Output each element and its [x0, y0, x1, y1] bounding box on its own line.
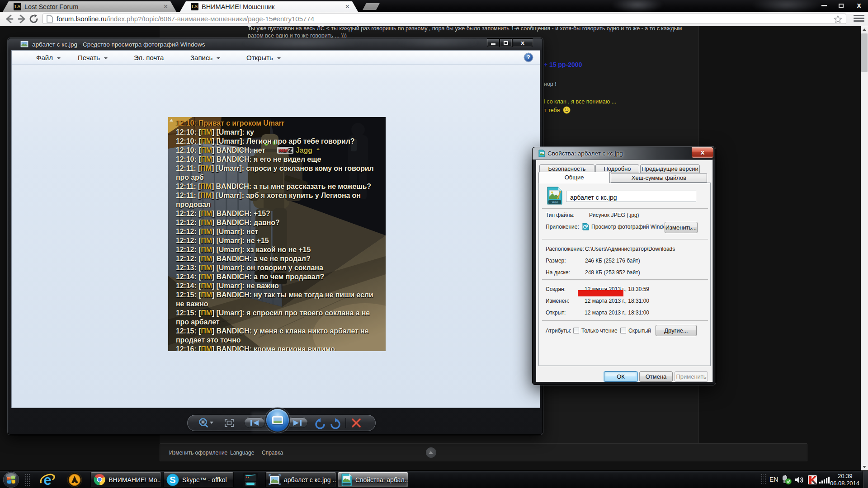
- row-label: Размер:: [546, 258, 566, 264]
- menu-email[interactable]: Эл. почта: [134, 54, 164, 61]
- scrollbar-down-arrow[interactable]: [861, 463, 868, 470]
- change-app-button[interactable]: Изменить...: [665, 222, 698, 233]
- other-attributes-button[interactable]: Другие...: [656, 325, 697, 336]
- internet-explorer-icon[interactable]: e: [40, 472, 55, 488]
- previous-image-button[interactable]: [244, 418, 265, 428]
- chat-text-segment: ] [Umarr]: арб я хотел купить у Легиона …: [212, 192, 361, 199]
- chat-text-segment: ПМ: [201, 246, 212, 253]
- menu-print[interactable]: Печать: [78, 54, 108, 61]
- scrollbar-thumb[interactable]: [861, 33, 868, 72]
- chat-line: 12:14: [ПМ] BANDICH: а по чем продавал?: [176, 273, 324, 281]
- readonly-checkbox[interactable]: [573, 328, 579, 333]
- next-image-button[interactable]: [287, 418, 308, 428]
- tab-lost-sector-forum[interactable]: LS Lost Sector Forum ✕: [3, 1, 176, 12]
- ok-button[interactable]: ОК: [604, 371, 637, 382]
- viewer-minimize-button[interactable]: [487, 38, 500, 47]
- desktop: { "browser": { "tabs": [ { "label": "Los…: [0, 0, 868, 488]
- taskbar-button-properties[interactable]: Свойства: арбал...: [338, 472, 408, 488]
- browser-menu-button[interactable]: [854, 15, 864, 23]
- delete-button[interactable]: [351, 418, 362, 428]
- taskbar-button-label: Свойства: арбал...: [355, 476, 408, 483]
- window-minimize-button[interactable]: [816, 1, 832, 9]
- fit-to-window-button[interactable]: [224, 418, 235, 428]
- hidden-checkbox[interactable]: [620, 328, 626, 333]
- address-bar[interactable]: forum.lsonline.ru/index.php?/topic/6067-…: [42, 14, 846, 24]
- chat-text-segment: ПМ: [201, 228, 212, 235]
- taskbar-button-skype[interactable]: S Skype™ - offkol: [163, 472, 234, 488]
- forum-post-text-yellow: т тебя: [544, 107, 560, 113]
- tab-general[interactable]: Общие: [538, 172, 610, 183]
- aimp-icon[interactable]: [67, 472, 82, 488]
- apply-button[interactable]: Применить: [675, 371, 708, 382]
- zoom-button[interactable]: [197, 417, 215, 429]
- tray-clock-time[interactable]: 20:39: [838, 473, 853, 479]
- menu-file[interactable]: Файл: [36, 54, 61, 61]
- network-signal-tray-icon[interactable]: [819, 476, 831, 484]
- usb-tray-icon[interactable]: [781, 475, 792, 485]
- photo-viewer-window-controls: x: [487, 38, 533, 47]
- chat-text-segment: ПМ: [201, 255, 212, 263]
- url-text: forum.lsonline.ru/index.php?/topic/6067-…: [57, 15, 314, 23]
- tab-hash-sums[interactable]: Хеш-суммы файлов: [611, 173, 707, 183]
- game-chat-log: 12:10: Приват с игроком Umarr12:10: [ПМ]…: [168, 117, 386, 351]
- tab-vnimanie-moshennik[interactable]: LS ВНИМАНИЕ! Мошенник ✕: [180, 1, 358, 12]
- chat-scroll-up-icon: [170, 119, 173, 122]
- forward-button[interactable]: [16, 13, 28, 25]
- chat-text-segment: ] [Umarr]: хз какой но не +15: [212, 246, 311, 253]
- tab-close-icon[interactable]: ✕: [344, 3, 351, 10]
- menu-label: Запись: [190, 54, 212, 61]
- chat-line: 12:10: [ПМ] [Umarr]: Легион про арб тебе…: [176, 137, 354, 145]
- forum-link[interactable]: + 15 pp-2000: [544, 61, 582, 68]
- window-close-button[interactable]: x: [850, 1, 868, 9]
- volume-tray-icon[interactable]: [795, 475, 805, 484]
- chat-text-segment: 12:11: [: [176, 183, 200, 190]
- back-button[interactable]: [4, 13, 15, 25]
- footer-link-theme[interactable]: Изменить оформление: [169, 450, 227, 456]
- red-marker-annotation: [578, 290, 623, 296]
- url-host: forum.lsonline.ru: [57, 15, 107, 23]
- rotate-clockwise-button[interactable]: [329, 418, 342, 429]
- app-icon-dark[interactable]: [242, 472, 259, 488]
- svg-text:S: S: [170, 475, 175, 485]
- chat-text-segment: не важно: [176, 300, 208, 308]
- taskbar-button-photo-viewer[interactable]: арбалет с кс.jpg ...: [265, 472, 336, 488]
- play-slideshow-button[interactable]: [266, 409, 289, 432]
- tray-clock-date[interactable]: 06.08.2014: [830, 480, 859, 487]
- footer-link-help[interactable]: Справка: [262, 450, 283, 456]
- row-label: Тип файла:: [546, 212, 575, 218]
- toolbar-separator: [346, 418, 346, 428]
- browser-scrollbar[interactable]: [861, 26, 868, 470]
- filename-input[interactable]: [566, 191, 696, 202]
- chat-line: 12:13: [ПМ] [Umarr]: он говорил у соклан…: [176, 264, 323, 272]
- rotate-counterclockwise-button[interactable]: [314, 418, 326, 429]
- chat-text-segment: ПМ: [201, 273, 212, 281]
- cancel-button[interactable]: Отмена: [639, 371, 673, 382]
- help-icon[interactable]: ?: [524, 53, 533, 61]
- scrollbar-up-arrow[interactable]: [861, 26, 868, 33]
- tab-previous-versions[interactable]: Предыдущие версии: [640, 164, 700, 173]
- menu-burn[interactable]: Запись: [190, 54, 220, 61]
- svg-text:JPEG: JPEG: [551, 201, 558, 204]
- taskbar-button-chrome[interactable]: ВНИМАНИЕ! Мо...: [90, 472, 161, 488]
- bookmark-star-icon[interactable]: [834, 15, 842, 23]
- chat-text-segment: ПМ: [201, 137, 212, 145]
- menu-open[interactable]: Открыть: [246, 54, 281, 61]
- chevron-down-icon: [217, 57, 220, 59]
- tab-close-icon[interactable]: ✕: [162, 3, 169, 10]
- footer-link-language[interactable]: Language: [230, 450, 254, 456]
- viewer-maximize-button[interactable]: [500, 38, 512, 47]
- row-value: 12 марта 2013 г., 18:31:00: [585, 298, 649, 304]
- chat-text-segment: про арб: [176, 174, 204, 181]
- window-maximize-button[interactable]: [833, 1, 849, 9]
- menu-label: Открыть: [246, 54, 273, 61]
- show-desktop-button[interactable]: [863, 471, 868, 488]
- scroll-to-top-button[interactable]: [426, 447, 436, 458]
- viewer-close-button[interactable]: x: [512, 38, 533, 47]
- site-favicon-ls: LS: [191, 3, 198, 10]
- kaspersky-tray-icon[interactable]: [807, 475, 817, 485]
- new-tab-button[interactable]: [363, 3, 380, 10]
- reload-button[interactable]: [28, 13, 40, 25]
- start-button[interactable]: [2, 471, 20, 488]
- language-indicator[interactable]: EN: [769, 476, 778, 483]
- dialog-close-button[interactable]: x: [692, 147, 713, 158]
